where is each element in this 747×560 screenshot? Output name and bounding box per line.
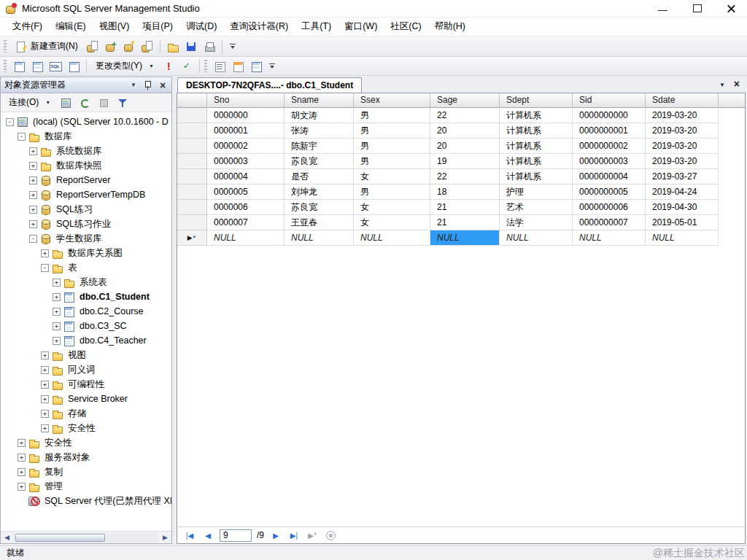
grid-cell[interactable]: 女 <box>354 200 430 215</box>
tree-item[interactable]: +dbo.C1_Student <box>1 289 171 304</box>
tree-item[interactable]: +Service Broker <box>1 392 171 406</box>
database-engine-query-button[interactable] <box>84 39 101 55</box>
tree-item[interactable]: -数据库 <box>1 129 171 144</box>
grid-cell[interactable]: 0000000004 <box>573 169 646 184</box>
expand-icon[interactable]: + <box>53 279 61 287</box>
save-button[interactable] <box>182 39 200 55</box>
grid-cell[interactable]: 艺术 <box>500 200 573 215</box>
active-files-dropdown-icon[interactable] <box>719 81 725 89</box>
filter-button[interactable] <box>114 95 131 111</box>
menu-item[interactable]: 窗口(W) <box>338 18 384 36</box>
grid-cell[interactable]: 女 <box>354 215 430 230</box>
tree-item[interactable]: +ReportServer <box>1 173 171 187</box>
grid-cell[interactable]: 男 <box>354 154 430 169</box>
tree-item[interactable]: +视图 <box>1 348 171 362</box>
tree-item[interactable]: +服务器对象 <box>1 450 171 464</box>
analysis-query-button[interactable] <box>102 39 120 55</box>
column-header-sname[interactable]: Sname <box>285 93 354 108</box>
grid-cell[interactable]: 21 <box>430 200 500 215</box>
row-selector[interactable] <box>177 154 207 169</box>
grid-cell[interactable]: 苏良宽 <box>285 154 354 169</box>
selected-cell[interactable]: NULL <box>430 230 500 246</box>
column-header-sid[interactable]: Sid <box>573 93 646 108</box>
grid-cell[interactable]: 2019-03-20 <box>646 139 719 154</box>
tree-item[interactable]: +dbo.C3_SC <box>1 319 171 333</box>
grid-cell[interactable]: 2019-03-20 <box>646 154 719 169</box>
expand-icon[interactable]: + <box>18 454 26 462</box>
grid-cell[interactable]: 男 <box>354 184 430 200</box>
toolbar-grip[interactable] <box>4 60 7 72</box>
scroll-left-icon[interactable]: ◀ <box>1 532 13 544</box>
grid-cell[interactable]: 计算机系 <box>500 123 573 139</box>
add-group-by-button[interactable] <box>211 58 228 74</box>
menu-item[interactable]: 调试(D) <box>179 18 223 36</box>
expand-icon[interactable]: + <box>29 220 37 228</box>
grid-cell[interactable]: 计算机系 <box>500 154 573 169</box>
tree-item[interactable]: +SQL练习 <box>1 202 171 217</box>
grid-cell[interactable]: 女 <box>354 169 430 184</box>
show-diagram-pane-button[interactable] <box>10 58 28 74</box>
connect-button[interactable]: 连接(O) ▼ <box>4 95 55 111</box>
toolbar-grip[interactable] <box>204 60 207 72</box>
toolbar-grip[interactable] <box>4 40 7 52</box>
scroll-right-icon[interactable]: ▶ <box>159 532 171 544</box>
execute-sql-button[interactable] <box>160 58 177 74</box>
close-icon[interactable] <box>726 3 737 14</box>
minimize-icon[interactable] <box>657 3 668 14</box>
menu-item[interactable]: 视图(V) <box>93 18 136 36</box>
menu-item[interactable]: 查询设计器(R) <box>223 18 295 36</box>
expand-icon[interactable]: + <box>41 249 49 257</box>
tab-dbo-c1-student[interactable]: DESKTOP-7N2QFAS....- dbo.C1_Student <box>177 77 362 93</box>
grid-cell[interactable]: 0000004 <box>207 169 285 184</box>
print-button[interactable] <box>201 39 218 55</box>
grid-cell[interactable]: 男 <box>354 123 430 139</box>
grid-cell[interactable]: 胡文涛 <box>285 108 354 123</box>
tree-item[interactable]: +SQL练习作业 <box>1 217 171 231</box>
grid-cell[interactable]: 0000002 <box>207 139 285 154</box>
toolbar-overflow-icon[interactable] <box>267 58 277 74</box>
column-header-ssex[interactable]: Ssex <box>354 93 430 108</box>
tree-item[interactable]: +系统数据库 <box>1 144 171 158</box>
tree-item[interactable]: +安全性 <box>1 435 171 450</box>
tree-item[interactable]: +系统表 <box>1 275 171 289</box>
grid-cell[interactable]: 0000000000 <box>573 108 646 123</box>
expand-icon[interactable]: + <box>41 351 49 359</box>
grid-cell[interactable]: NULL <box>285 230 354 246</box>
previous-record-button[interactable] <box>201 529 214 542</box>
tree-item[interactable]: +同义词 <box>1 362 171 377</box>
tree-item[interactable]: SQL Server 代理(已禁用代理 XI <box>1 494 171 508</box>
new-record-button[interactable] <box>306 529 319 542</box>
expand-icon[interactable]: + <box>53 322 61 330</box>
grid-cell[interactable]: 0000000 <box>207 108 285 123</box>
mdx-query-button[interactable] <box>120 39 138 55</box>
close-document-icon[interactable] <box>734 80 740 89</box>
grid-cell[interactable]: 法学 <box>500 215 573 230</box>
record-position-input[interactable] <box>220 529 252 542</box>
tree-item[interactable]: +管理 <box>1 479 171 494</box>
expand-icon[interactable]: + <box>18 439 26 447</box>
last-record-button[interactable] <box>287 529 301 542</box>
grid-cell[interactable]: 0000007 <box>207 215 285 230</box>
refresh-button[interactable] <box>76 95 93 111</box>
expand-icon[interactable]: + <box>53 337 61 345</box>
grid-cell[interactable]: 0000000002 <box>573 139 646 154</box>
expand-icon[interactable]: + <box>29 206 37 214</box>
grid-cell[interactable]: NULL <box>354 230 430 246</box>
grid-cell[interactable]: 0000000007 <box>573 215 646 230</box>
collapse-icon[interactable]: - <box>6 118 14 126</box>
row-selector[interactable] <box>177 169 207 184</box>
tree-item[interactable]: +存储 <box>1 406 171 421</box>
grid-cell[interactable]: NULL <box>500 230 573 246</box>
column-header-sage[interactable]: Sage <box>430 93 500 108</box>
expand-icon[interactable]: + <box>29 147 37 155</box>
next-record-button[interactable] <box>269 529 282 542</box>
new-row-indicator[interactable]: ▶* <box>177 230 207 246</box>
grid-cell[interactable]: NULL <box>207 230 285 246</box>
xmla-query-button[interactable] <box>139 39 156 55</box>
grid-cell[interactable]: 0000000003 <box>573 154 646 169</box>
column-header-sno[interactable]: Sno <box>207 93 285 108</box>
grid-cell[interactable]: 张涛 <box>285 123 354 139</box>
grid-cell[interactable]: 18 <box>430 184 500 200</box>
maximize-icon[interactable] <box>692 3 703 14</box>
grid-cell[interactable]: 21 <box>430 215 500 230</box>
